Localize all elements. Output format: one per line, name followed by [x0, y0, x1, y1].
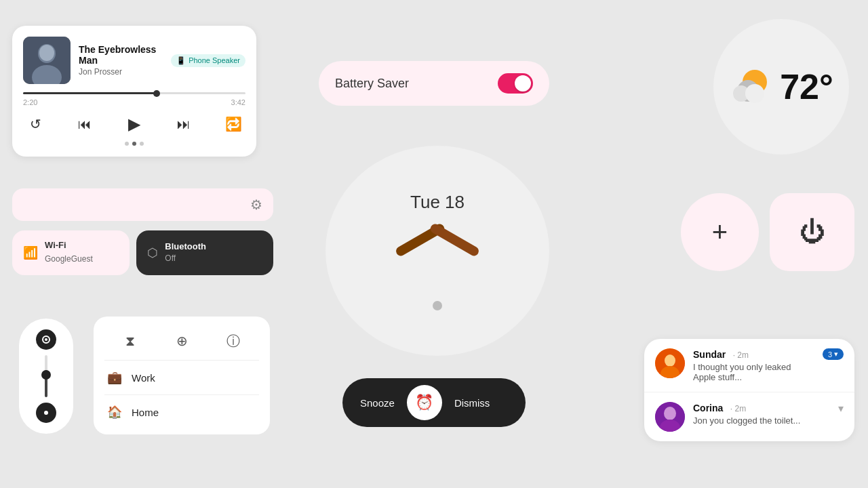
info-icon[interactable]: ⓘ — [221, 329, 245, 353]
sundar-avatar-img — [655, 348, 685, 378]
dot-3 — [140, 142, 144, 146]
svg-point-3 — [39, 45, 54, 61]
connectivity-row: 📶 Wi-Fi GoogleGuest ⬡ Bluetooth Off — [12, 230, 273, 275]
toggle-knob — [515, 75, 531, 92]
output-label: Phone Speaker — [189, 56, 240, 64]
add-button[interactable]: + — [681, 193, 759, 271]
hourglass-icon[interactable]: ⧗ — [118, 329, 142, 353]
bluetooth-button[interactable]: ⬡ Bluetooth Off — [136, 230, 273, 275]
progress-times: 2:20 3:42 — [23, 98, 245, 106]
prev-button[interactable]: ⏮ — [73, 112, 97, 136]
add-icon: + — [712, 217, 728, 247]
clock-date: Tue 18 — [410, 192, 465, 213]
weather-card: 72° — [713, 19, 849, 155]
shortcuts-panel: ⧗ ⊕ ⓘ 💼 Work 🏠 Home — [94, 317, 270, 434]
tile-icons-row: ⧗ ⊕ ⓘ — [94, 322, 270, 360]
vol-ring-icon — [41, 335, 51, 344]
notification-sundar[interactable]: Sundar · 2m I thought you only leaked Ap… — [644, 339, 854, 392]
sundar-message: I thought you only leaked Apple stuff... — [693, 362, 814, 382]
media-controls: ↺ ⏮ ▶ ⏭ 🔁 — [23, 112, 245, 136]
replay-button[interactable]: ↺ — [23, 112, 47, 136]
clock-minute-hand — [429, 222, 480, 257]
wifi-network: GoogleGuest — [45, 254, 93, 264]
clock-face — [390, 226, 485, 281]
home-label: Home — [132, 407, 159, 418]
progress-dot — [153, 90, 160, 97]
output-badge: 📱 Phone Speaker — [171, 54, 245, 67]
sundar-time: · 2m — [733, 350, 749, 360]
weather-svg — [729, 65, 773, 109]
corina-expand[interactable]: ▾ — [838, 402, 844, 415]
wifi-info: Wi-Fi GoogleGuest — [45, 240, 93, 266]
pin-icon[interactable]: ⊕ — [170, 329, 194, 353]
media-title: The Eyebrowless Man — [79, 44, 163, 66]
repeat-button[interactable]: 🔁 — [221, 112, 245, 136]
badge-count: 3 — [828, 350, 832, 359]
dot-2 — [132, 142, 136, 146]
weather-temp: 72° — [780, 69, 833, 104]
wifi-button[interactable]: 📶 Wi-Fi GoogleGuest — [12, 230, 130, 275]
battery-saver-card: Battery Saver — [319, 61, 549, 106]
volume-slider[interactable] — [19, 319, 73, 434]
media-thumbnail — [23, 37, 71, 84]
corina-avatar — [655, 402, 685, 432]
settings-bar: ⚙ — [12, 188, 273, 221]
svg-point-7 — [745, 84, 764, 103]
phone-speaker-icon: 📱 — [176, 56, 186, 65]
home-icon: 🏠 — [107, 405, 122, 420]
media-info: The Eyebrowless Man Jon Prosser — [79, 44, 163, 77]
corina-header: Corina · 2m — [693, 402, 830, 414]
progress-fill — [23, 92, 157, 94]
next-button[interactable]: ⏭ — [172, 112, 196, 136]
svg-point-10 — [44, 411, 48, 415]
notification-corina[interactable]: Corina · 2m Jon you clogged the toilet..… — [644, 392, 854, 441]
power-button[interactable]: ⏻ — [770, 193, 854, 271]
clock-dot — [433, 301, 442, 310]
battery-label: Battery Saver — [335, 77, 409, 91]
volume-knob-top — [36, 329, 56, 350]
bluetooth-info: Bluetooth Off — [165, 241, 206, 264]
corina-message: Jon you clogged the toilet... — [693, 415, 830, 426]
shortcut-work[interactable]: 💼 Work — [94, 361, 270, 394]
wifi-icon: 📶 — [23, 245, 38, 260]
corina-name: Corina — [693, 403, 723, 413]
progress-bar[interactable] — [23, 92, 245, 94]
corina-time: · 2m — [730, 404, 746, 413]
sundar-badge[interactable]: 3 ▾ — [823, 348, 844, 360]
bluetooth-label: Bluetooth — [165, 241, 206, 251]
sundar-header: Sundar · 2m — [693, 348, 814, 361]
media-artist: Jon Prosser — [79, 67, 163, 77]
work-icon: 💼 — [107, 370, 122, 385]
power-icon: ⏻ — [800, 218, 825, 247]
volume-track[interactable] — [45, 355, 47, 397]
quick-actions: + ⏻ — [681, 193, 854, 271]
work-label: Work — [132, 372, 155, 384]
battery-toggle[interactable] — [498, 73, 533, 94]
corina-avatar-img — [655, 402, 685, 432]
shortcut-home[interactable]: 🏠 Home — [94, 395, 270, 429]
play-button[interactable]: ▶ — [122, 112, 146, 136]
alarm-controls: Snooze ⏰ Dismiss — [342, 378, 526, 427]
sundar-avatar — [655, 348, 685, 378]
progress-section: 2:20 3:42 — [23, 92, 245, 106]
dismiss-button[interactable]: Dismiss — [442, 390, 502, 415]
settings-icon[interactable]: ⚙ — [250, 197, 262, 213]
volume-handle[interactable] — [41, 370, 51, 380]
current-time: 2:20 — [23, 98, 37, 106]
corina-content: Corina · 2m Jon you clogged the toilet..… — [693, 402, 830, 426]
sundar-content: Sundar · 2m I thought you only leaked Ap… — [693, 348, 814, 382]
alarm-center-button[interactable]: ⏰ — [407, 385, 442, 420]
svg-point-12 — [665, 354, 675, 367]
svg-point-15 — [664, 407, 676, 420]
wifi-label: Wi-Fi — [45, 240, 93, 251]
badge-chevron: ▾ — [834, 350, 838, 359]
sundar-name: Sundar — [693, 349, 726, 360]
volume-knob-bottom — [36, 403, 56, 423]
svg-point-9 — [45, 338, 47, 341]
alarm-icon: ⏰ — [415, 394, 433, 411]
notifications-panel: Sundar · 2m I thought you only leaked Ap… — [644, 339, 854, 441]
page-dots — [23, 142, 245, 146]
clock-widget: Tue 18 — [326, 146, 549, 356]
total-time: 3:42 — [231, 98, 245, 106]
snooze-button[interactable]: Snooze — [348, 390, 407, 415]
